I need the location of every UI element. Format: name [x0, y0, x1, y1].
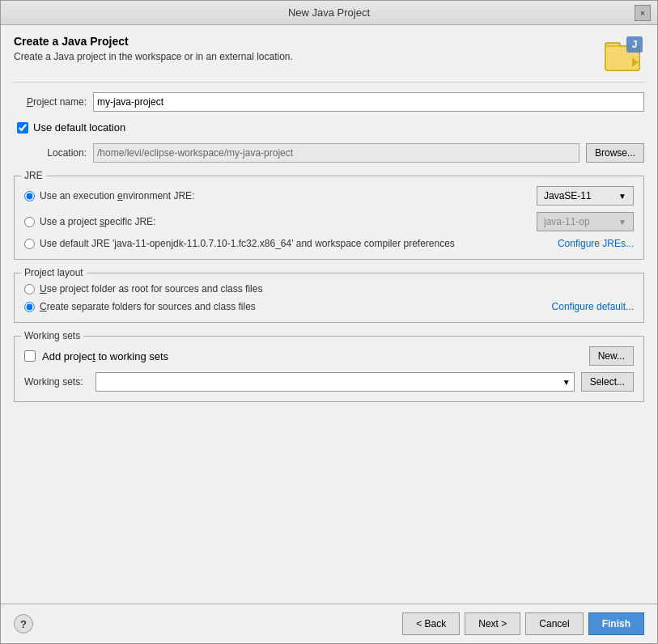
- jre-option2-row: Use a project specific JRE: java-11-op ▼: [24, 212, 634, 231]
- project-name-input[interactable]: [93, 92, 644, 112]
- jre-execution-env-radio[interactable]: [24, 191, 35, 201]
- next-button[interactable]: Next >: [465, 612, 520, 635]
- project-layout-group-content: Use project folder as root for sources a…: [24, 283, 634, 312]
- jre-specific-dropdown-button[interactable]: java-11-op ▼: [537, 212, 634, 231]
- new-working-set-button[interactable]: New...: [589, 346, 634, 366]
- working-sets-arrow-icon: ▼: [562, 378, 571, 387]
- close-button[interactable]: ×: [635, 5, 651, 21]
- layout-root-label: Use project folder as root for sources a…: [40, 283, 262, 294]
- working-sets-dropdown[interactable]: ▼: [96, 372, 575, 392]
- project-layout-group: Project layout Use project folder as roo…: [14, 273, 644, 323]
- jre-group-content: Use an execution environment JRE: JavaSE…: [24, 186, 634, 249]
- layout-root-radio[interactable]: [24, 284, 35, 294]
- project-name-label: Project name:: [14, 96, 87, 108]
- layout-separate-label: Create separate folders for sources and …: [40, 301, 256, 312]
- finish-button[interactable]: Finish: [588, 612, 644, 635]
- configure-jres-link[interactable]: Configure JREs...: [558, 238, 634, 249]
- use-default-location-checkbox[interactable]: [17, 122, 28, 133]
- add-working-sets-checkbox[interactable]: [24, 350, 36, 362]
- jre-specific-label: Use a project specific JRE:: [40, 216, 155, 227]
- use-default-location-label: Use default location: [33, 121, 125, 133]
- add-working-sets-label: Add project to working sets: [42, 350, 168, 362]
- jre-env-dropdown-arrow: ▼: [618, 192, 626, 201]
- jre-group-label: JRE: [21, 170, 46, 181]
- svg-text:J: J: [632, 39, 638, 50]
- title-bar: New Java Project ×: [1, 1, 657, 25]
- dialog-title: New Java Project: [23, 6, 635, 19]
- layout-option1-row: Use project folder as root for sources a…: [24, 283, 634, 294]
- help-button[interactable]: ?: [14, 614, 33, 633]
- header-text: Create a Java Project Create a Java proj…: [14, 35, 293, 62]
- new-java-project-dialog: New Java Project × Create a Java Project…: [0, 0, 658, 644]
- jre-option1-row: Use an execution environment JRE: JavaSE…: [24, 186, 634, 205]
- working-sets-group-label: Working sets: [21, 330, 83, 341]
- location-input[interactable]: [93, 143, 579, 163]
- jre-execution-env-label: Use an execution environment JRE:: [40, 190, 194, 201]
- page-description: Create a Java project in the workspace o…: [14, 51, 293, 62]
- jre-env-dropdown-button[interactable]: JavaSE-11 ▼: [537, 186, 634, 205]
- working-sets-group-content: Add project to working sets New... Worki…: [24, 346, 634, 392]
- jre-specific-radio[interactable]: [24, 217, 35, 227]
- working-sets-label: Working sets:: [24, 376, 89, 388]
- browse-button[interactable]: Browse...: [586, 143, 644, 163]
- cancel-button[interactable]: Cancel: [525, 612, 583, 635]
- location-label: Location:: [14, 147, 87, 159]
- jre-default-radio[interactable]: [24, 239, 35, 249]
- use-default-location-row: Use default location: [17, 121, 644, 133]
- working-sets-group: Working sets Add project to working sets…: [14, 336, 644, 402]
- page-title: Create a Java Project: [14, 35, 293, 48]
- jre-env-dropdown-value: JavaSE-11: [544, 190, 592, 201]
- back-button[interactable]: < Back: [402, 612, 460, 635]
- jre-specific-dropdown-arrow: ▼: [618, 218, 626, 227]
- select-working-set-button[interactable]: Select...: [581, 372, 634, 392]
- jre-dropdown1: JavaSE-11 ▼: [537, 186, 634, 205]
- jre-specific-dropdown-value: java-11-op: [544, 216, 590, 227]
- layout-separate-radio[interactable]: [24, 302, 35, 312]
- jre-dropdown2: java-11-op ▼: [537, 212, 634, 231]
- bottom-bar: ? < Back Next > Cancel Finish: [1, 604, 657, 643]
- project-layout-group-label: Project layout: [21, 267, 87, 278]
- location-row: Location: Browse...: [14, 143, 644, 163]
- working-sets-dropdown-row: Working sets: ▼ Select...: [24, 372, 634, 392]
- jre-option3-row: Use default JRE 'java-11-openjdk-11.0.7.…: [24, 238, 634, 249]
- dialog-content: Create a Java Project Create a Java proj…: [1, 25, 657, 604]
- project-name-label-text: Project name:: [27, 96, 87, 108]
- project-folder-icon: J: [604, 35, 644, 75]
- configure-default-link[interactable]: Configure default...: [552, 301, 634, 312]
- jre-group: JRE Use an execution environment JRE: Ja…: [14, 176, 644, 260]
- project-name-row: Project name:: [14, 92, 644, 112]
- layout-option2-row: Create separate folders for sources and …: [24, 301, 634, 312]
- add-working-sets-row: Add project to working sets New...: [24, 346, 634, 366]
- header-section: Create a Java Project Create a Java proj…: [14, 35, 644, 83]
- project-icon: J: [604, 35, 644, 75]
- jre-default-label: Use default JRE 'java-11-openjdk-11.0.7.…: [40, 238, 553, 249]
